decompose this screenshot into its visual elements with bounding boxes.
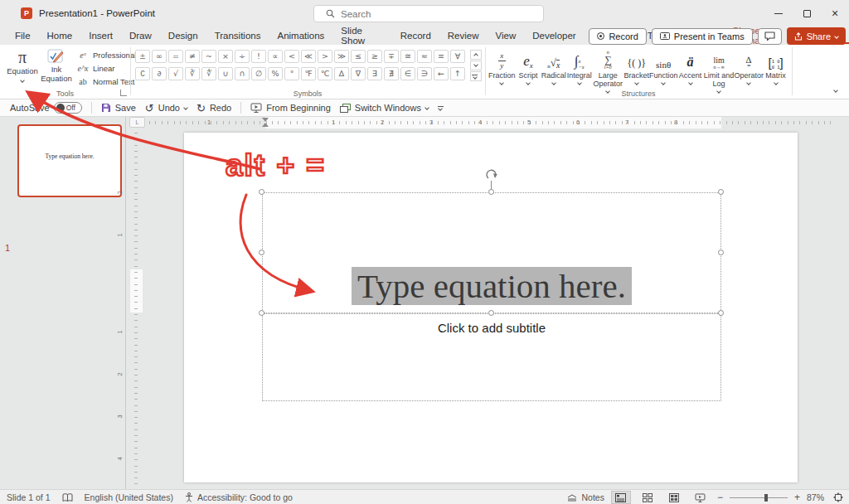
selection-handle[interactable] [259,250,264,255]
ribbon-tab[interactable]: View [488,27,525,45]
zoom-out-button[interactable]: − [717,492,723,503]
notes-button[interactable]: Notes [566,492,604,502]
symbol-button[interactable]: ÷ [235,50,250,63]
symbol-button[interactable]: ∇ [351,67,366,80]
symbol-button[interactable]: ∆ [334,67,349,80]
ribbon-tab[interactable]: Insert [80,27,121,45]
symbol-button[interactable]: ≅ [400,50,415,63]
symbol-button[interactable]: ∃ [367,67,382,80]
zoom-in-button[interactable]: + [794,492,800,503]
symbol-button[interactable]: ∞ [152,50,167,63]
autosave-switch[interactable]: Off [54,102,82,114]
normal-text-button[interactable]: ab Normal Text [76,75,136,88]
selection-handle[interactable] [488,189,494,195]
symbol-button[interactable]: ≤ [351,50,366,63]
operator-button[interactable]: ∆= Operator [735,46,763,93]
symbol-button[interactable]: ∂ [152,67,167,80]
symbol-button[interactable]: ≈ [417,50,432,63]
maximize-button[interactable] [793,0,821,27]
normal-view-button[interactable] [611,491,631,504]
symbol-button[interactable]: ≫ [334,50,349,63]
fraction-button[interactable]: xy Fraction [488,46,516,93]
symbol-button[interactable]: ≥ [367,50,382,63]
slide-show-button[interactable] [691,491,711,504]
customize-qat-button[interactable] [438,106,444,110]
ribbon-tab[interactable]: File [7,27,39,45]
limit-and-log-button[interactable]: limn→∞ Limit and Log [703,46,735,93]
reading-view-button[interactable] [664,491,684,504]
selection-handle[interactable] [259,189,264,195]
symbol-button[interactable]: ∓ [384,50,399,63]
symbol-button[interactable]: ° [284,67,299,80]
slide-sorter-view-button[interactable] [638,491,657,504]
fit-slide-button[interactable] [831,491,846,504]
symbol-button[interactable]: ≪ [301,50,316,63]
large-operator-button[interactable]: n∑i=0 Large Operator [592,46,623,93]
ink-equation-button[interactable]: Ink Equation [40,47,73,84]
zoom-percent[interactable]: 87% [807,492,824,502]
search-box[interactable] [313,5,544,22]
ribbon-tab[interactable]: Developer [524,27,584,45]
indent-marker[interactable] [262,118,269,127]
symbols-scroll-up-button[interactable] [470,50,482,60]
symbol-button[interactable]: ∝ [268,50,283,63]
symbol-button[interactable]: ∩ [235,67,250,80]
script-button[interactable]: ex Script [516,46,541,93]
symbols-more-button[interactable] [470,71,482,81]
selection-handle[interactable] [718,310,724,316]
save-button[interactable]: Save [101,103,136,113]
collapse-ribbon-icon[interactable] [833,88,838,93]
accessibility-button[interactable]: Accessibility: Good to go [185,492,293,502]
subtitle-placeholder-text[interactable]: Click to add subtitle [262,321,721,335]
selection-handle[interactable] [718,189,724,195]
symbol-button[interactable]: ~ [201,50,216,63]
zoom-slider[interactable] [730,497,788,498]
from-beginning-button[interactable]: From Beginning [250,103,331,113]
symbol-button[interactable]: ∅ [251,67,266,80]
integral-button[interactable]: ∫x−x Integral [566,46,592,93]
symbol-button[interactable]: ± [135,50,150,63]
bracket-button[interactable]: {( )} Bracket [623,46,649,93]
symbols-scroll-down-button[interactable] [470,61,482,70]
dialog-launcher-icon[interactable] [120,90,127,96]
close-button[interactable]: × [821,0,849,27]
redo-button[interactable]: ↻ Redo [196,103,231,114]
comments-button[interactable] [758,28,782,45]
symbol-button[interactable]: ≡ [434,50,449,63]
symbol-button[interactable]: ∁ [135,67,150,80]
selection-handle[interactable] [488,310,494,316]
symbol-button[interactable]: ↑ [450,67,465,80]
symbol-button[interactable]: < [284,50,299,63]
search-input[interactable] [341,9,507,19]
symbol-button[interactable]: √ [168,67,183,80]
ribbon-tab[interactable]: Home [39,27,81,45]
symbol-button[interactable]: ! [251,50,266,63]
symbol-button[interactable]: ← [434,67,449,80]
symbol-button[interactable]: ∪ [218,67,233,80]
present-in-teams-button[interactable]: Present in Teams [652,28,753,45]
selection-handle[interactable] [259,310,264,316]
undo-button[interactable]: ↺ Undo [145,103,187,114]
symbol-button[interactable]: ∄ [384,67,399,80]
linear-button[interactable]: e^x Linear [76,61,136,75]
zoom-slider-thumb[interactable] [764,494,768,502]
accent-button[interactable]: ä Accent [677,46,703,93]
function-button[interactable]: sinθ Function [649,46,677,93]
symbol-button[interactable]: = [168,50,183,63]
language-button[interactable]: English (United States) [85,492,173,502]
symbol-button[interactable]: ∋ [417,67,432,80]
vertical-ruler[interactable]: 21 1234 [130,133,143,484]
ribbon-tab[interactable]: Transitions [206,27,269,45]
radical-button[interactable]: n√x Radical [541,46,566,93]
ribbon-tab[interactable]: Design [160,27,206,45]
equation-button[interactable]: π Equation [5,47,40,82]
symbol-button[interactable]: ∜ [201,67,216,80]
professional-button[interactable]: eˣ Professional [76,48,136,61]
ribbon-tab[interactable]: Record [392,27,439,45]
horizontal-ruler[interactable]: 1 12345678 [149,117,836,128]
ribbon-tab[interactable]: Review [439,27,488,45]
switch-windows-button[interactable]: Switch Windows [340,103,429,113]
symbol-button[interactable]: ∛ [185,67,200,80]
selection-handle[interactable] [718,250,724,255]
symbol-button[interactable]: ℉ [301,67,316,80]
